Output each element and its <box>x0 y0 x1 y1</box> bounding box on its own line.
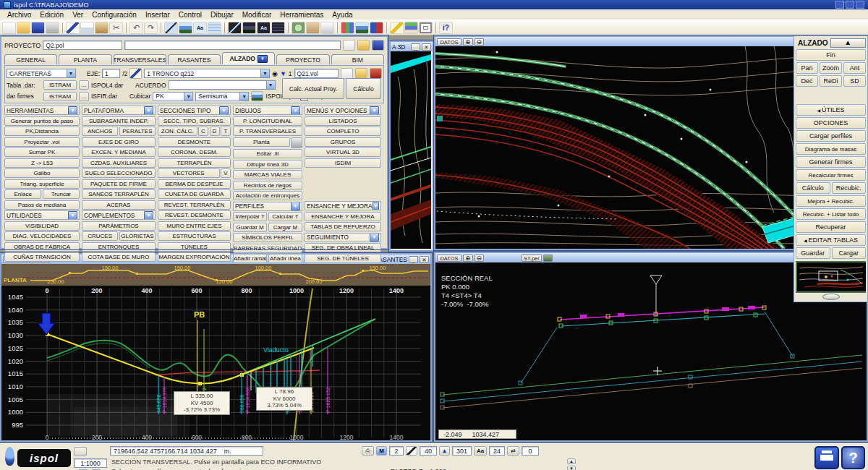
chevron-down-icon[interactable]: ▼ <box>219 106 229 115</box>
cuneta-de-guarda-button[interactable]: CUNETA DE GUARDA <box>158 189 231 199</box>
t-button[interactable]: T <box>221 127 231 136</box>
c-button[interactable]: C <box>198 127 208 136</box>
project-path-field[interactable] <box>124 40 341 50</box>
generar-firmes-button[interactable]: Generar firmes <box>796 156 866 168</box>
image-icon[interactable] <box>543 255 553 262</box>
printer-icon[interactable]: ⎙ <box>362 446 374 456</box>
subrasante-indep-button[interactable]: SUBRASANTE INDEP. <box>82 116 156 126</box>
listing-view-icon[interactable]: Aa <box>193 22 207 34</box>
profile-view-icon[interactable] <box>164 22 178 34</box>
paquete-de-firme-button[interactable]: PAQUETE DE FIRME <box>82 179 156 189</box>
recubic-listar-todo-button[interactable]: Recubic. + Listar todo <box>796 208 866 220</box>
cargar-button[interactable]: Cargar <box>832 247 867 259</box>
close-icon[interactable]: ✕ <box>420 256 429 263</box>
collapse-icon[interactable]: ▲ <box>830 38 867 48</box>
chevron-down-icon[interactable]: ▼ <box>68 106 77 115</box>
paste-icon[interactable] <box>95 22 109 34</box>
chevron-down-icon[interactable]: ▼ <box>370 106 379 115</box>
guardar-m-button[interactable]: Guardar M <box>233 223 267 232</box>
tab-rasantes[interactable]: RASANTES <box>168 54 221 64</box>
corona-desm-button[interactable]: CORONA. DESM. <box>158 148 231 157</box>
chevron-down-icon[interactable]: ▼ <box>144 211 153 220</box>
line-style-icon[interactable] <box>406 446 417 456</box>
pasos-de-mediana-button[interactable]: Pasos de mediana <box>4 200 80 210</box>
pencil-icon[interactable] <box>390 22 404 34</box>
section-view-icon[interactable] <box>208 22 221 34</box>
completo-button[interactable]: COMPLETO <box>305 127 381 136</box>
margen-expropiación-button[interactable]: MARGEN EXPROPIACIÓN <box>158 252 231 262</box>
chevron-down-icon[interactable]: ▼ <box>373 202 379 210</box>
seg-de-obra-lineal-button[interactable]: SEG. DE OBRA LINEAL <box>305 243 381 252</box>
editar-lil-button[interactable]: Editar .lil <box>233 149 302 158</box>
proyectar-vol-button[interactable]: Proyectar .vol <box>4 137 80 147</box>
menu-control[interactable]: Control <box>174 11 206 19</box>
acuerdo-select[interactable]: ▼ <box>169 80 276 90</box>
secc-tipo-subras-button[interactable]: SECC. TIPO, SUBRAS. <box>158 116 231 126</box>
minimize-icon[interactable]: _ <box>409 256 418 263</box>
recubic-button[interactable]: Recubic. <box>832 182 867 194</box>
swap-icon[interactable]: ⇄ <box>507 446 519 456</box>
peraltes-button[interactable]: PERALTES <box>119 127 156 136</box>
ensanche-y-mejora-button[interactable]: ENSANCHE Y MEJORA <box>305 212 381 221</box>
diagrama-de-masas-button[interactable]: Diagrama de masas <box>796 143 866 155</box>
close-icon[interactable]: ✕ <box>422 43 431 51</box>
pick-axis-icon[interactable] <box>129 68 142 79</box>
datos-button[interactable]: DATOS <box>437 38 461 46</box>
grupos-button[interactable]: GRUPOS <box>305 137 381 147</box>
help-icon[interactable]: i? <box>439 22 453 34</box>
excen-y-mediana-button[interactable]: EXCEN. Y MEDIANA <box>82 148 156 157</box>
tab-proyecto[interactable]: PROYECTO <box>276 54 329 64</box>
save-icon[interactable] <box>372 40 384 51</box>
zon-cálc-button[interactable]: ZON. CÁLC. <box>158 127 197 136</box>
menu-insertar[interactable]: Insertar <box>141 11 174 19</box>
chevron-down-icon[interactable]: ▼ <box>370 233 379 242</box>
marcas-viales-button[interactable]: MARCAS VIALES <box>233 170 302 179</box>
refresh-project-icon[interactable] <box>292 22 305 34</box>
chevron-down-icon[interactable]: ▼ <box>291 202 300 210</box>
down-arrow-icon[interactable]: ▼ <box>280 70 286 77</box>
project-file-field[interactable]: Q2.pol <box>43 40 122 50</box>
cota-base-de-muro-button[interactable]: COTA BASE DE MURO <box>82 252 156 262</box>
parámetros-button[interactable]: PARÁMETROS <box>82 221 156 231</box>
new-file-icon[interactable] <box>2 22 16 34</box>
triang-superficie-button[interactable]: Triang. superficie <box>4 179 80 189</box>
minimize-icon[interactable]: _ <box>411 43 420 51</box>
revest-terraplén-button[interactable]: REVEST. TERRAPLÉN <box>158 200 231 210</box>
triangle-icon[interactable]: ▲ <box>439 446 450 456</box>
saneos-terraplén-button[interactable]: SANEOS TERRAPLÉN <box>82 189 156 199</box>
guardar-button[interactable]: Guardar <box>796 247 830 259</box>
listados-button[interactable]: LISTADOS <box>305 116 381 126</box>
semisuma-select[interactable]: Semisuma▼ <box>195 92 249 101</box>
diag-velocidades-button[interactable]: DIAG. VELOCIDADES <box>4 231 80 241</box>
font-icon[interactable]: Aa <box>474 446 487 456</box>
útiles-button[interactable]: ◀ÚTILES <box>796 104 866 116</box>
pan-button[interactable]: Pan <box>796 62 818 74</box>
zoom-out-icon[interactable]: ⊖ <box>475 38 485 46</box>
eye-icon[interactable]: ◉ <box>272 70 278 77</box>
vol-file-field[interactable]: Q21.vol <box>294 69 339 78</box>
dec-button[interactable]: Dec <box>796 75 818 87</box>
new-file-icon[interactable] <box>341 68 353 79</box>
sumar-pk-button[interactable]: Sumar PK <box>4 148 80 157</box>
barreras-seguridad-button[interactable]: BARRERAS SEGURIDAD <box>233 244 302 253</box>
truncar-button[interactable]: Truncar <box>43 189 80 199</box>
scroll-up-icon[interactable]: ▲ <box>567 458 576 464</box>
minimize-icon[interactable] <box>835 1 844 9</box>
chevron-down-icon[interactable]: ▼ <box>144 106 153 115</box>
chevron-down-icon[interactable]: ▼ <box>291 106 300 115</box>
istram-button[interactable]: ISTRAM <box>43 80 77 90</box>
select-icon[interactable] <box>66 22 80 34</box>
terraplén-button[interactable]: TERRAPLÉN <box>158 158 231 168</box>
planta-diagram[interactable]: PLANTA250.00150.00150.00120.00100.00200.… <box>1 264 430 286</box>
plan-view-icon[interactable] <box>179 22 192 34</box>
print-icon[interactable] <box>46 22 59 34</box>
dibujar-línea-3d-button[interactable]: Dibujar línea 3D <box>233 160 302 169</box>
generar-puntos-de-paso-button[interactable]: Generar puntos de paso <box>4 116 80 126</box>
isdim-button[interactable]: ISDIM <box>305 158 381 168</box>
cálculo-button[interactable]: Cálculo <box>796 182 830 194</box>
mejora-recubic-button[interactable]: Mejora + Recubic. <box>796 195 866 207</box>
calcular-t-button[interactable]: Calcular T <box>268 212 302 221</box>
suelo-seleccionado-button[interactable]: SUELO SELECCIONADO <box>82 168 156 178</box>
ruler-icon[interactable] <box>74 447 87 456</box>
interpolar-t-button[interactable]: Interpolar T <box>233 212 267 221</box>
